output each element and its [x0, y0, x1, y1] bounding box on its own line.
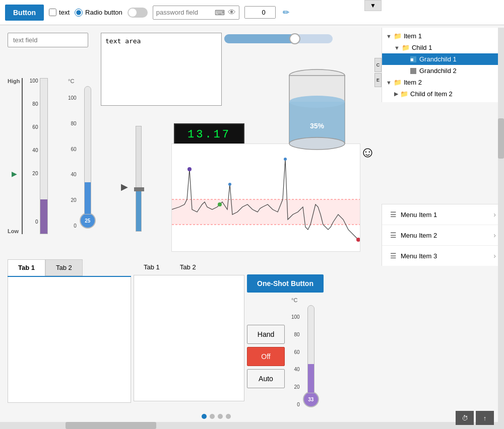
right-scrollbar[interactable]: [498, 28, 504, 429]
menu-label-2: Menu Item 2: [401, 232, 437, 239]
hoa-off-button[interactable]: Off: [247, 347, 285, 366]
collapse-button[interactable]: ▼: [364, 0, 382, 11]
side-edge-btn-c[interactable]: C: [374, 58, 382, 72]
dot-active[interactable]: [202, 414, 207, 419]
number-field-wrap: [244, 6, 276, 19]
svg-point-8: [218, 202, 222, 206]
tabs-panel-1: Tab 1 Tab 2: [8, 259, 131, 403]
main-button[interactable]: Button: [5, 5, 44, 21]
caret-child1: ▼: [394, 45, 400, 51]
side-panel-buttons: C E: [374, 58, 382, 87]
thermometer-2: °C 100 80 60 40 20 0 33: [291, 297, 319, 407]
tab1-tab2[interactable]: Tab 2: [45, 259, 83, 276]
tree-item-child1[interactable]: ▼ 📁 Child 1: [382, 42, 504, 53]
menu-list: ☰ Menu Item 1 › ☰ Menu Item 2 › ☰ Menu I…: [382, 204, 504, 266]
tree-label-item2: Item 2: [404, 79, 422, 86]
action-timer-button[interactable]: ⏱: [456, 411, 474, 425]
number-input[interactable]: [245, 7, 275, 18]
radio-label[interactable]: Radio button: [75, 9, 122, 17]
high-label: High: [8, 78, 20, 84]
vertical-slider[interactable]: [134, 126, 144, 232]
keyboard-icon: ⌨: [215, 9, 225, 17]
one-shot-button[interactable]: One-Shot Button: [247, 274, 324, 293]
pencil-icon[interactable]: ✏: [283, 8, 289, 17]
menu-item-2[interactable]: ☰ Menu Item 2 ›: [382, 225, 504, 246]
cylinder-svg: 35%: [283, 65, 351, 154]
svg-point-5: [284, 158, 287, 161]
bottom-scrollbar[interactable]: [0, 422, 498, 429]
low-arrow: ▶: [12, 170, 17, 178]
tab2-content: [134, 275, 244, 401]
text-area[interactable]: text area: [101, 33, 222, 106]
tab1-content: [8, 277, 131, 403]
svg-point-3: [187, 167, 192, 171]
side-edge-btn-e[interactable]: E: [374, 73, 382, 87]
bottom-thumb[interactable]: [66, 422, 156, 429]
slider-container: [224, 34, 333, 43]
radio-text: Radio button: [85, 9, 122, 16]
thermo1-bulb: 25: [80, 212, 96, 229]
tree-label-child-item2: Child of Item 2: [410, 90, 453, 98]
dot-3[interactable]: [226, 414, 231, 419]
tree-item-child-item2[interactable]: ▶ 📁 Child of Item 2: [382, 88, 504, 100]
checkbox-label[interactable]: text: [49, 9, 70, 16]
hoa-hand-button[interactable]: Hand: [247, 325, 285, 344]
chart-area: [171, 144, 360, 252]
dot-1[interactable]: [210, 414, 215, 419]
hoa-auto-button[interactable]: Auto: [247, 369, 285, 388]
toggle-switch[interactable]: [128, 8, 148, 18]
thermometer-1: °C 100 80 60 40 20 0 25: [68, 78, 96, 229]
tree-item-item2[interactable]: ▼ 📁 Item 2: [382, 77, 504, 88]
eye-icon[interactable]: 👁: [228, 8, 236, 17]
scrollbar-thumb[interactable]: [498, 118, 504, 159]
menu-label-3: Menu Item 3: [401, 252, 437, 260]
radio-input[interactable]: [75, 9, 83, 17]
chart-svg: [172, 144, 360, 252]
bar-gauge: [40, 78, 48, 234]
pagination-dots: [202, 414, 231, 419]
menu-icon-3: ☰: [390, 252, 397, 260]
menu-chevron-2: ›: [493, 231, 496, 239]
tree-item-grandchild1[interactable]: ■ Grandchild 1: [382, 53, 504, 65]
tree-item-grandchild2[interactable]: ■ Grandchild 2: [382, 65, 504, 77]
thermo2-unit: °C: [291, 297, 319, 303]
tree-label-item1: Item 1: [404, 32, 422, 40]
play-button[interactable]: ▶: [121, 181, 128, 192]
lcd-value: 13.17: [187, 128, 231, 141]
caret-item2: ▼: [386, 80, 392, 86]
main-content: text area High Low 100 80 60 40 20 0 ▶: [0, 25, 504, 429]
slider-track[interactable]: [224, 34, 333, 43]
gauge-panel: High Low 100 80 60 40 20 0 ▶: [8, 78, 48, 234]
tab-bar-2: Tab 1 Tab 2: [134, 259, 244, 275]
folder-icon-item1: 📁: [394, 32, 402, 40]
svg-point-13: [289, 137, 345, 150]
dot-2[interactable]: [218, 414, 223, 419]
tab2-tab1[interactable]: Tab 1: [134, 259, 170, 275]
menu-icon-1: ☰: [390, 210, 397, 219]
menu-item-1[interactable]: ☰ Menu Item 1 ›: [382, 204, 504, 225]
menu-chevron-3: ›: [493, 252, 496, 260]
tab2-tab2[interactable]: Tab 2: [170, 259, 206, 275]
slider-thumb[interactable]: [289, 33, 300, 44]
menu-item-3[interactable]: ☰ Menu Item 3 ›: [382, 246, 504, 266]
tree-label-grandchild2: Grandchild 2: [419, 67, 457, 75]
tab1-tab1[interactable]: Tab 1: [8, 259, 45, 276]
action-up-button[interactable]: ↑: [476, 411, 494, 425]
menu-icon-2: ☰: [390, 231, 397, 239]
svg-text:35%: 35%: [310, 122, 325, 130]
cylinder-container: 35%: [283, 65, 351, 155]
bottom-actions: ⏱ ↑: [456, 411, 494, 425]
tree-label-grandchild1: Grandchild 1: [419, 55, 457, 63]
password-field-wrap: ⌨ 👁: [153, 6, 239, 20]
thermo1-unit: °C: [68, 78, 96, 84]
item-icon-gc2: ■: [410, 68, 416, 74]
text-field-input[interactable]: [8, 33, 88, 47]
folder-icon-child-item2: 📁: [400, 90, 408, 98]
tree-item-item1[interactable]: ▼ 📁 Item 1: [382, 30, 504, 42]
tree-label-child1: Child 1: [412, 44, 432, 51]
emoji-icon[interactable]: ☺: [360, 144, 375, 161]
checkbox-input[interactable]: [49, 9, 56, 16]
lcd-display: 13.17: [174, 123, 244, 146]
password-input[interactable]: [156, 9, 212, 16]
svg-point-7: [356, 238, 360, 242]
